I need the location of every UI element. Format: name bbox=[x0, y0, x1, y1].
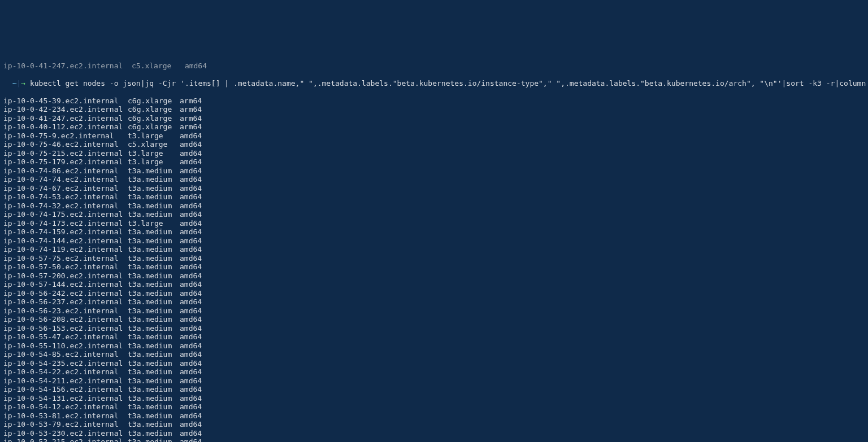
node-name: ip-10-0-54-211.ec2.internal bbox=[3, 377, 128, 386]
instance-type: t3a.medium bbox=[128, 289, 180, 298]
instance-type: t3.large bbox=[128, 219, 180, 228]
node-name: ip-10-0-54-12.ec2.internal bbox=[3, 402, 128, 412]
output-row: ip-10-0-74-173.ec2.internalt3.largeamd64 bbox=[3, 219, 865, 228]
output-row: ip-10-0-56-237.ec2.internalt3a.mediumamd… bbox=[3, 297, 865, 307]
arch: amd64 bbox=[180, 429, 202, 438]
output-row: ip-10-0-56-242.ec2.internalt3a.mediumamd… bbox=[3, 289, 865, 298]
node-name: ip-10-0-57-200.ec2.internal bbox=[3, 272, 128, 281]
output-row: ip-10-0-54-12.ec2.internalt3a.mediumamd6… bbox=[3, 402, 865, 412]
node-name: ip-10-0-74-119.ec2.internal bbox=[3, 245, 128, 254]
arch: arm64 bbox=[180, 122, 202, 132]
arch: amd64 bbox=[180, 359, 202, 368]
output-row: ip-10-0-57-50.ec2.internalt3a.mediumamd6… bbox=[3, 262, 865, 272]
instance-type: t3a.medium bbox=[128, 175, 180, 184]
output-row: ip-10-0-74-159.ec2.internalt3a.mediumamd… bbox=[3, 227, 865, 237]
output-row: ip-10-0-54-131.ec2.internalt3a.mediumamd… bbox=[3, 394, 865, 403]
arch: amd64 bbox=[180, 245, 202, 254]
node-name: ip-10-0-75-215.ec2.internal bbox=[3, 149, 128, 158]
instance-type: t3a.medium bbox=[128, 332, 180, 342]
arch: amd64 bbox=[180, 280, 202, 289]
output-row: ip-10-0-75-179.ec2.internalt3.largeamd64 bbox=[3, 157, 865, 167]
node-name: ip-10-0-75-46.ec2.internal bbox=[3, 140, 128, 149]
node-name: ip-10-0-54-156.ec2.internal bbox=[3, 385, 128, 394]
arch: amd64 bbox=[180, 202, 202, 211]
node-name: ip-10-0-45-39.ec2.internal bbox=[3, 97, 128, 106]
node-name: ip-10-0-74-86.ec2.internal bbox=[3, 167, 128, 176]
instance-type: t3a.medium bbox=[128, 245, 180, 254]
instance-type: t3a.medium bbox=[128, 429, 180, 438]
output-row: ip-10-0-53-81.ec2.internalt3a.mediumamd6… bbox=[3, 412, 865, 421]
arch: amd64 bbox=[180, 262, 202, 272]
output-row: ip-10-0-75-215.ec2.internalt3.largeamd64 bbox=[3, 149, 865, 158]
node-name: ip-10-0-57-144.ec2.internal bbox=[3, 280, 128, 289]
node-name: ip-10-0-40-112.ec2.internal bbox=[3, 122, 128, 132]
instance-type: t3a.medium bbox=[128, 184, 180, 193]
output-row: ip-10-0-41-247.ec2.internalc6g.xlargearm… bbox=[3, 114, 865, 123]
output-row: ip-10-0-53-79.ec2.internalt3a.mediumamd6… bbox=[3, 420, 865, 429]
node-name: ip-10-0-74-67.ec2.internal bbox=[3, 184, 128, 193]
output-row: ip-10-0-42-234.ec2.internalc6g.xlargearm… bbox=[3, 105, 865, 114]
arch: amd64 bbox=[180, 297, 202, 307]
node-name: ip-10-0-55-47.ec2.internal bbox=[3, 332, 128, 342]
arch: arm64 bbox=[180, 114, 202, 123]
output-row: ip-10-0-57-144.ec2.internalt3a.mediumamd… bbox=[3, 280, 865, 289]
arch: amd64 bbox=[180, 342, 202, 351]
node-name: ip-10-0-53-81.ec2.internal bbox=[3, 412, 128, 421]
truncated-previous-output: ip-10-0-41-247.ec2.internal c5.xlarge am… bbox=[3, 62, 865, 71]
node-name: ip-10-0-74-175.ec2.internal bbox=[3, 210, 128, 219]
node-name: ip-10-0-56-23.ec2.internal bbox=[3, 307, 128, 316]
instance-type: t3a.medium bbox=[128, 237, 180, 246]
arch: amd64 bbox=[180, 254, 202, 263]
instance-type: t3a.medium bbox=[128, 342, 180, 351]
output-row: ip-10-0-56-153.ec2.internalt3a.mediumamd… bbox=[3, 324, 865, 333]
node-name: ip-10-0-74-74.ec2.internal bbox=[3, 175, 128, 184]
arch: amd64 bbox=[180, 140, 202, 149]
instance-type: t3a.medium bbox=[128, 394, 180, 403]
arch: amd64 bbox=[180, 272, 202, 281]
instance-type: t3a.medium bbox=[128, 307, 180, 316]
output-row: ip-10-0-57-75.ec2.internalt3a.mediumamd6… bbox=[3, 254, 865, 263]
node-name: ip-10-0-54-235.ec2.internal bbox=[3, 359, 128, 368]
instance-type: t3a.medium bbox=[128, 192, 180, 202]
node-name: ip-10-0-74-159.ec2.internal bbox=[3, 227, 128, 237]
arch: amd64 bbox=[180, 157, 202, 167]
node-name: ip-10-0-53-79.ec2.internal bbox=[3, 420, 128, 429]
output-row: ip-10-0-54-235.ec2.internalt3a.mediumamd… bbox=[3, 359, 865, 368]
instance-type: c6g.xlarge bbox=[128, 97, 180, 106]
prompt-line[interactable]: ~|→ kubectl get nodes -o json|jq -Cjr '.… bbox=[12, 79, 868, 87]
instance-type: t3.large bbox=[128, 132, 180, 141]
arch: amd64 bbox=[180, 377, 202, 386]
node-name: ip-10-0-57-75.ec2.internal bbox=[3, 254, 128, 263]
output-row: ip-10-0-74-53.ec2.internalt3a.mediumamd6… bbox=[3, 192, 865, 202]
command-text[interactable]: kubectl get nodes -o json|jq -Cjr '.item… bbox=[30, 79, 868, 87]
instance-type: t3a.medium bbox=[128, 272, 180, 281]
instance-type: t3a.medium bbox=[128, 359, 180, 368]
arch: amd64 bbox=[180, 167, 202, 176]
arch: amd64 bbox=[180, 412, 202, 421]
instance-type: t3a.medium bbox=[128, 412, 180, 421]
arch: amd64 bbox=[180, 237, 202, 246]
terminal[interactable]: ip-10-0-41-247.ec2.internal c5.xlarge am… bbox=[0, 44, 868, 443]
instance-type: t3a.medium bbox=[128, 324, 180, 333]
node-name: ip-10-0-41-247.ec2.internal bbox=[3, 114, 128, 123]
node-name: ip-10-0-75-9.ec2.internal bbox=[3, 132, 128, 141]
instance-type: t3a.medium bbox=[128, 297, 180, 307]
arch: amd64 bbox=[180, 307, 202, 316]
output-row: ip-10-0-54-211.ec2.internalt3a.mediumamd… bbox=[3, 377, 865, 386]
node-name: ip-10-0-56-153.ec2.internal bbox=[3, 324, 128, 333]
arch: arm64 bbox=[180, 105, 202, 114]
output-row: ip-10-0-55-47.ec2.internalt3a.mediumamd6… bbox=[3, 332, 865, 342]
instance-type: t3a.medium bbox=[128, 280, 180, 289]
output-row: ip-10-0-56-208.ec2.internalt3a.mediumamd… bbox=[3, 315, 865, 324]
output-row: ip-10-0-74-86.ec2.internalt3a.mediumamd6… bbox=[3, 167, 865, 176]
output-row: ip-10-0-74-32.ec2.internalt3a.mediumamd6… bbox=[3, 202, 865, 211]
node-name: ip-10-0-54-85.ec2.internal bbox=[3, 350, 128, 359]
output-row: ip-10-0-74-144.ec2.internalt3a.mediumamd… bbox=[3, 237, 865, 246]
arch: amd64 bbox=[180, 149, 202, 158]
output-row: ip-10-0-54-22.ec2.internalt3a.mediumamd6… bbox=[3, 367, 865, 377]
output-row: ip-10-0-40-112.ec2.internalc6g.xlargearm… bbox=[3, 122, 865, 132]
output-row: ip-10-0-75-9.ec2.internalt3.largeamd64 bbox=[3, 132, 865, 141]
arch: amd64 bbox=[180, 420, 202, 429]
instance-type: t3a.medium bbox=[128, 315, 180, 324]
output-row: ip-10-0-54-156.ec2.internalt3a.mediumamd… bbox=[3, 385, 865, 394]
